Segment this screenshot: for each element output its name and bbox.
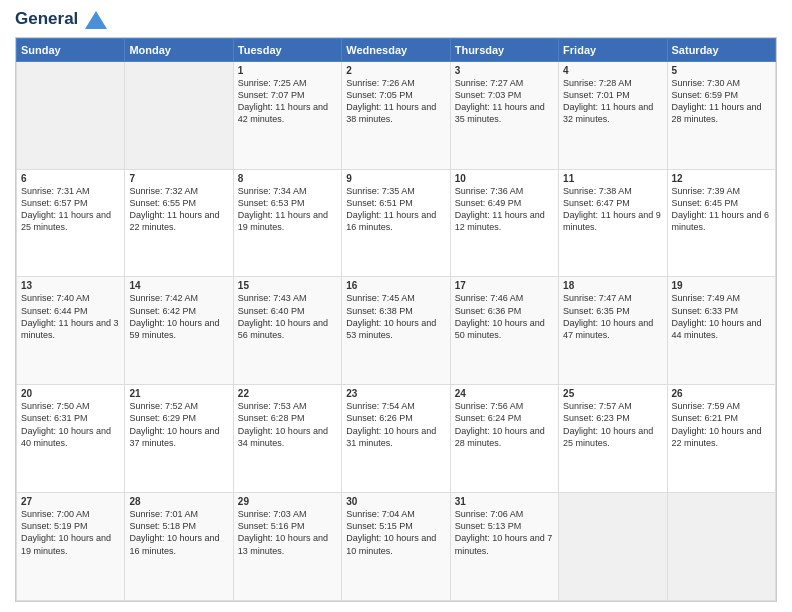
day-number: 18 (563, 280, 662, 291)
calendar-cell: 30Sunrise: 7:04 AMSunset: 5:15 PMDayligh… (342, 493, 450, 601)
day-number: 16 (346, 280, 445, 291)
logo: General (15, 10, 107, 29)
cell-content: Sunrise: 7:34 AMSunset: 6:53 PMDaylight:… (238, 185, 337, 234)
cell-content: Sunrise: 7:53 AMSunset: 6:28 PMDaylight:… (238, 400, 337, 449)
day-number: 23 (346, 388, 445, 399)
day-number: 21 (129, 388, 228, 399)
cell-content: Sunrise: 7:57 AMSunset: 6:23 PMDaylight:… (563, 400, 662, 449)
day-number: 24 (455, 388, 554, 399)
day-number: 29 (238, 496, 337, 507)
calendar-cell: 14Sunrise: 7:42 AMSunset: 6:42 PMDayligh… (125, 277, 233, 385)
cell-content: Sunrise: 7:42 AMSunset: 6:42 PMDaylight:… (129, 292, 228, 341)
cell-content: Sunrise: 7:56 AMSunset: 6:24 PMDaylight:… (455, 400, 554, 449)
day-number: 8 (238, 173, 337, 184)
cell-content: Sunrise: 7:01 AMSunset: 5:18 PMDaylight:… (129, 508, 228, 557)
calendar-cell: 4Sunrise: 7:28 AMSunset: 7:01 PMDaylight… (559, 61, 667, 169)
calendar-week-row: 1Sunrise: 7:25 AMSunset: 7:07 PMDaylight… (17, 61, 776, 169)
day-number: 10 (455, 173, 554, 184)
day-number: 3 (455, 65, 554, 76)
cell-content: Sunrise: 7:30 AMSunset: 6:59 PMDaylight:… (672, 77, 771, 126)
header: General (15, 10, 777, 29)
col-wednesday: Wednesday (342, 38, 450, 61)
day-number: 9 (346, 173, 445, 184)
col-saturday: Saturday (667, 38, 775, 61)
calendar-cell: 7Sunrise: 7:32 AMSunset: 6:55 PMDaylight… (125, 169, 233, 277)
day-number: 5 (672, 65, 771, 76)
calendar-week-row: 20Sunrise: 7:50 AMSunset: 6:31 PMDayligh… (17, 385, 776, 493)
calendar-cell: 23Sunrise: 7:54 AMSunset: 6:26 PMDayligh… (342, 385, 450, 493)
day-number: 6 (21, 173, 120, 184)
svg-marker-0 (85, 11, 107, 29)
cell-content: Sunrise: 7:04 AMSunset: 5:15 PMDaylight:… (346, 508, 445, 557)
calendar-cell: 24Sunrise: 7:56 AMSunset: 6:24 PMDayligh… (450, 385, 558, 493)
day-number: 17 (455, 280, 554, 291)
calendar-cell: 27Sunrise: 7:00 AMSunset: 5:19 PMDayligh… (17, 493, 125, 601)
calendar-cell: 12Sunrise: 7:39 AMSunset: 6:45 PMDayligh… (667, 169, 775, 277)
col-thursday: Thursday (450, 38, 558, 61)
calendar-cell: 25Sunrise: 7:57 AMSunset: 6:23 PMDayligh… (559, 385, 667, 493)
calendar-page: General Sunday Monday Tuesday (0, 0, 792, 612)
day-number: 12 (672, 173, 771, 184)
day-number: 15 (238, 280, 337, 291)
calendar-cell (17, 61, 125, 169)
calendar-cell: 9Sunrise: 7:35 AMSunset: 6:51 PMDaylight… (342, 169, 450, 277)
day-number: 28 (129, 496, 228, 507)
calendar-cell: 29Sunrise: 7:03 AMSunset: 5:16 PMDayligh… (233, 493, 341, 601)
calendar-cell: 1Sunrise: 7:25 AMSunset: 7:07 PMDaylight… (233, 61, 341, 169)
cell-content: Sunrise: 7:49 AMSunset: 6:33 PMDaylight:… (672, 292, 771, 341)
calendar-cell: 22Sunrise: 7:53 AMSunset: 6:28 PMDayligh… (233, 385, 341, 493)
day-number: 19 (672, 280, 771, 291)
calendar-cell (667, 493, 775, 601)
cell-content: Sunrise: 7:03 AMSunset: 5:16 PMDaylight:… (238, 508, 337, 557)
day-number: 14 (129, 280, 228, 291)
cell-content: Sunrise: 7:26 AMSunset: 7:05 PMDaylight:… (346, 77, 445, 126)
cell-content: Sunrise: 7:39 AMSunset: 6:45 PMDaylight:… (672, 185, 771, 234)
cell-content: Sunrise: 7:27 AMSunset: 7:03 PMDaylight:… (455, 77, 554, 126)
calendar-cell: 18Sunrise: 7:47 AMSunset: 6:35 PMDayligh… (559, 277, 667, 385)
day-number: 13 (21, 280, 120, 291)
calendar-table: Sunday Monday Tuesday Wednesday Thursday… (16, 38, 776, 601)
calendar-cell: 20Sunrise: 7:50 AMSunset: 6:31 PMDayligh… (17, 385, 125, 493)
cell-content: Sunrise: 7:32 AMSunset: 6:55 PMDaylight:… (129, 185, 228, 234)
day-number: 30 (346, 496, 445, 507)
calendar: Sunday Monday Tuesday Wednesday Thursday… (15, 37, 777, 602)
col-sunday: Sunday (17, 38, 125, 61)
cell-content: Sunrise: 7:47 AMSunset: 6:35 PMDaylight:… (563, 292, 662, 341)
day-number: 25 (563, 388, 662, 399)
cell-content: Sunrise: 7:28 AMSunset: 7:01 PMDaylight:… (563, 77, 662, 126)
cell-content: Sunrise: 7:25 AMSunset: 7:07 PMDaylight:… (238, 77, 337, 126)
col-friday: Friday (559, 38, 667, 61)
calendar-cell: 5Sunrise: 7:30 AMSunset: 6:59 PMDaylight… (667, 61, 775, 169)
calendar-cell: 11Sunrise: 7:38 AMSunset: 6:47 PMDayligh… (559, 169, 667, 277)
calendar-header-row: Sunday Monday Tuesday Wednesday Thursday… (17, 38, 776, 61)
col-tuesday: Tuesday (233, 38, 341, 61)
cell-content: Sunrise: 7:52 AMSunset: 6:29 PMDaylight:… (129, 400, 228, 449)
calendar-cell: 21Sunrise: 7:52 AMSunset: 6:29 PMDayligh… (125, 385, 233, 493)
day-number: 22 (238, 388, 337, 399)
calendar-cell: 6Sunrise: 7:31 AMSunset: 6:57 PMDaylight… (17, 169, 125, 277)
cell-content: Sunrise: 7:40 AMSunset: 6:44 PMDaylight:… (21, 292, 120, 341)
day-number: 4 (563, 65, 662, 76)
day-number: 7 (129, 173, 228, 184)
day-number: 31 (455, 496, 554, 507)
calendar-week-row: 13Sunrise: 7:40 AMSunset: 6:44 PMDayligh… (17, 277, 776, 385)
logo-icon (85, 11, 107, 29)
cell-content: Sunrise: 7:45 AMSunset: 6:38 PMDaylight:… (346, 292, 445, 341)
cell-content: Sunrise: 7:00 AMSunset: 5:19 PMDaylight:… (21, 508, 120, 557)
calendar-cell: 10Sunrise: 7:36 AMSunset: 6:49 PMDayligh… (450, 169, 558, 277)
day-number: 27 (21, 496, 120, 507)
day-number: 2 (346, 65, 445, 76)
calendar-cell: 19Sunrise: 7:49 AMSunset: 6:33 PMDayligh… (667, 277, 775, 385)
cell-content: Sunrise: 7:06 AMSunset: 5:13 PMDaylight:… (455, 508, 554, 557)
cell-content: Sunrise: 7:54 AMSunset: 6:26 PMDaylight:… (346, 400, 445, 449)
cell-content: Sunrise: 7:35 AMSunset: 6:51 PMDaylight:… (346, 185, 445, 234)
calendar-week-row: 6Sunrise: 7:31 AMSunset: 6:57 PMDaylight… (17, 169, 776, 277)
day-number: 20 (21, 388, 120, 399)
cell-content: Sunrise: 7:43 AMSunset: 6:40 PMDaylight:… (238, 292, 337, 341)
day-number: 11 (563, 173, 662, 184)
calendar-cell (559, 493, 667, 601)
day-number: 26 (672, 388, 771, 399)
cell-content: Sunrise: 7:38 AMSunset: 6:47 PMDaylight:… (563, 185, 662, 234)
calendar-cell: 31Sunrise: 7:06 AMSunset: 5:13 PMDayligh… (450, 493, 558, 601)
calendar-cell: 2Sunrise: 7:26 AMSunset: 7:05 PMDaylight… (342, 61, 450, 169)
